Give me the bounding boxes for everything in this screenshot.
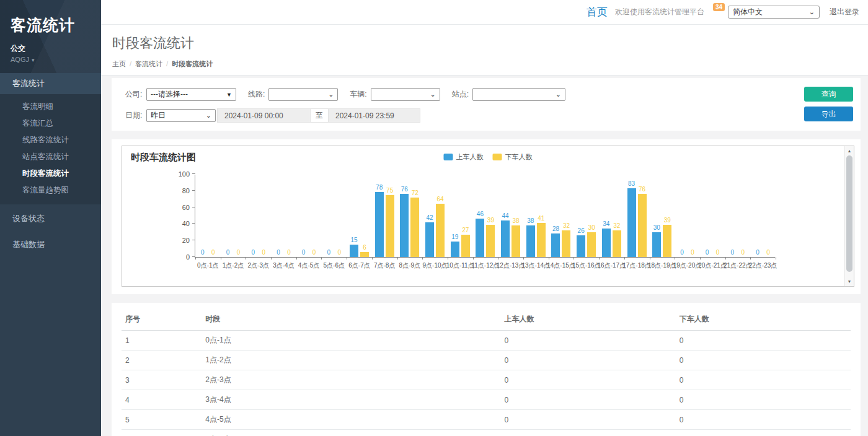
x-axis-tick — [523, 257, 524, 259]
bar-上车人数 — [476, 219, 484, 257]
x-axis-tick — [372, 257, 373, 259]
legend-item-下车人数: 下车人数 — [493, 152, 533, 162]
x-axis-tick — [221, 257, 221, 259]
bar-value-label: 39 — [487, 217, 494, 224]
line-select[interactable]: ⌄ — [268, 88, 338, 101]
bar-group: 00 — [321, 175, 347, 257]
bar-value-label: 0 — [237, 250, 241, 256]
breadcrumb-separator: / — [130, 60, 131, 68]
vehicle-select[interactable]: ⌄ — [371, 88, 440, 101]
bar-group: 00 — [195, 175, 221, 257]
bar-group: 3841 — [523, 175, 549, 257]
sidebar-item-flow-trend-chart[interactable]: 客流量趋势图 — [0, 182, 101, 199]
sidebar-item-flow-detail[interactable]: 客流明细 — [0, 98, 101, 115]
table-panel: 序号时段上车人数下车人数 10点-1点0021点-2点0032点-3点0043点… — [112, 303, 861, 436]
date-to-input[interactable]: 2024-01-09 23:59 — [328, 108, 420, 123]
x-axis-tick — [776, 257, 776, 259]
scrollbar-thumb[interactable] — [846, 155, 852, 272]
bar-group: 00 — [271, 175, 296, 257]
breadcrumb-link[interactable]: 主页 — [112, 60, 126, 68]
x-axis-label-text: 11点-12点 — [471, 261, 499, 270]
bar-value-label: 75 — [386, 188, 393, 194]
line-label: 线路: — [248, 89, 265, 100]
bar-value-label: 0 — [302, 250, 306, 256]
sidebar-item-flow-summary[interactable]: 客流汇总 — [0, 115, 101, 132]
sidebar-item-line-flow-stats[interactable]: 线路客流统计 — [0, 132, 101, 149]
x-axis-label-text: 2点-3点 — [247, 261, 268, 270]
bar-column-上车人数: 44 — [501, 175, 510, 257]
home-link[interactable]: 首页 — [587, 5, 608, 19]
org-code-dropdown[interactable]: AQGJ▾ — [11, 56, 101, 63]
table-cell: 3 — [122, 370, 202, 390]
table-cell: 1 — [122, 331, 202, 351]
bar-value-label: 0 — [756, 250, 760, 256]
bar-下车人数 — [360, 252, 369, 257]
legend-item-上车人数: 上车人数 — [444, 152, 484, 162]
bar-上车人数 — [400, 194, 409, 257]
table-column-header: 下车人数 — [676, 308, 851, 331]
sidebar-item-base-data[interactable]: 基础数据 — [0, 233, 101, 256]
bar-value-label: 44 — [502, 213, 509, 219]
sidebar-item-passenger-flow-stats[interactable]: 客流统计 — [0, 73, 101, 94]
bar-column-上车人数: 0 — [678, 175, 686, 257]
sidebar: 客流统计 公交 AQGJ▾ 客流统计客流明细客流汇总线路客流统计站点客流统计时段… — [0, 0, 101, 436]
query-button[interactable]: 查询 — [804, 87, 853, 102]
x-axis-tick — [397, 257, 398, 259]
bar-value-label: 19 — [451, 234, 458, 240]
x-axis-label: 20点-21点 — [700, 261, 725, 270]
language-select[interactable]: 简体中文 ⌄ — [728, 6, 820, 19]
bar-group: 00 — [700, 175, 725, 257]
bar-value-label: 27 — [462, 227, 469, 233]
x-axis-tick — [599, 257, 600, 259]
bar-groups: 0000000000001567875767242641927463944383… — [195, 175, 775, 257]
brand-area: 客流统计 公交 AQGJ▾ — [0, 0, 101, 73]
bar-column-下车人数: 0 — [285, 175, 293, 257]
bar-value-label: 0 — [262, 250, 265, 256]
breadcrumb: 主页/客流统计/时段客流统计 — [112, 59, 868, 69]
bar-上车人数 — [451, 242, 459, 257]
company-label: 公司: — [125, 89, 146, 100]
chevron-down-icon: ⌄ — [206, 111, 211, 120]
bar-column-下车人数: 41 — [537, 175, 546, 257]
sidebar-item-period-flow-stats[interactable]: 时段客流统计 — [0, 165, 101, 182]
bar-value-label: 0 — [211, 250, 215, 256]
bar-上车人数 — [526, 225, 535, 257]
bar-下车人数 — [386, 195, 394, 258]
bar-value-label: 0 — [277, 250, 280, 256]
table-cell: 0 — [676, 410, 851, 430]
logout-link[interactable]: 退出登录 — [830, 7, 859, 17]
chart-scrollbar[interactable]: ▲ ▼ — [844, 146, 854, 286]
x-axis-label-text: 1点-2点 — [223, 261, 244, 270]
date-from-input[interactable]: 2024-01-09 00:00 — [217, 108, 311, 123]
bar-value-label: 0 — [680, 250, 684, 256]
breadcrumb-link[interactable]: 客流统计 — [135, 60, 162, 68]
scroll-down-icon[interactable]: ▼ — [845, 277, 854, 286]
bar-value-label: 28 — [552, 226, 559, 232]
x-axis-label: 0点-1点 — [195, 261, 221, 270]
bar-column-下车人数: 30 — [587, 175, 596, 257]
table-cell: 0 — [501, 331, 676, 351]
bar-value-label: 76 — [401, 186, 408, 193]
x-axis-tick — [321, 257, 322, 259]
bar-column-下车人数: 64 — [436, 175, 445, 257]
bar-column-下车人数: 75 — [386, 175, 394, 257]
x-axis-tick — [700, 257, 701, 259]
y-axis-tick — [192, 173, 195, 174]
period-flow-table: 序号时段上车人数下车人数 10点-1点0021点-2点0032点-3点0043点… — [122, 308, 851, 436]
bar-column-上车人数: 30 — [652, 175, 661, 257]
sidebar-item-device-status[interactable]: 设备状态 — [0, 207, 101, 230]
bar-下车人数 — [537, 223, 546, 257]
station-select[interactable]: ⌄ — [472, 88, 565, 101]
bar-value-label: 0 — [742, 250, 745, 256]
bar-column-上车人数: 42 — [425, 175, 434, 257]
plot-wrap: 0204060801000000000000001567875767242641… — [195, 175, 775, 258]
export-button[interactable]: 导出 — [804, 107, 853, 121]
date-preset-select[interactable]: 昨日 ⌄ — [146, 109, 216, 122]
org-name: 公交 — [11, 43, 101, 54]
sidebar-item-station-flow-stats[interactable]: 站点客流统计 — [0, 149, 101, 165]
company-select[interactable]: ---请选择--- ▼ — [146, 88, 236, 101]
scroll-up-icon[interactable]: ▲ — [845, 146, 854, 155]
x-axis-label: 18点-19点 — [649, 261, 675, 270]
breadcrumb-current: 时段客流统计 — [172, 60, 213, 68]
chevron-down-icon: ⌄ — [809, 8, 815, 16]
